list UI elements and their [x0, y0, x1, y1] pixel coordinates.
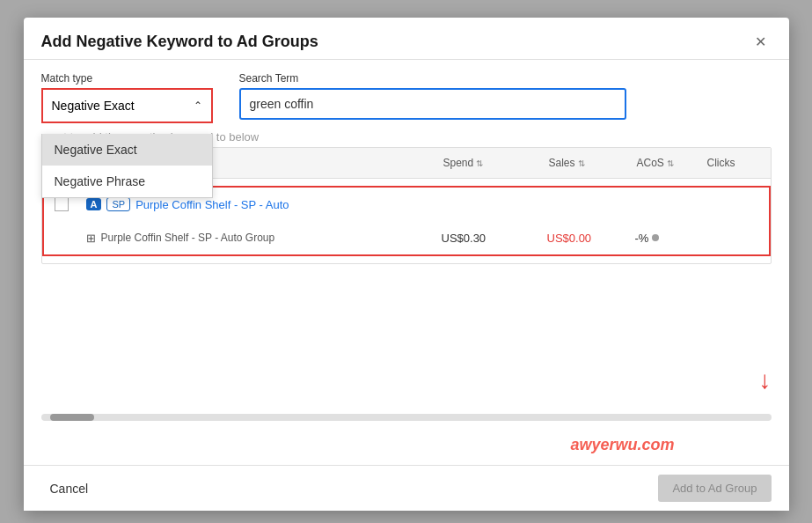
dropdown-item-negative-exact[interactable]: Negative Exact — [42, 134, 212, 166]
form-row: Match type Negative Exact ⌃ Search Term — [41, 72, 772, 123]
modal-body: Match type Negative Exact ⌃ Search Term — [24, 60, 789, 465]
sub-spend: US$0.30 — [435, 228, 540, 248]
campaign-name: Purple Coffin Shelf - SP - Auto — [135, 198, 289, 211]
acos-sort-icon: ⇅ — [667, 158, 674, 168]
close-button[interactable]: ✕ — [750, 32, 772, 52]
chevron-up-icon: ⌃ — [194, 99, 202, 112]
match-type-label: Match type — [41, 72, 213, 85]
modal-overlay: Add Negative Keyword to Ad Groups ✕ Matc… — [0, 0, 812, 523]
sub-acos: -% — [628, 228, 699, 248]
acos-cell-top — [628, 201, 699, 208]
match-type-value: Negative Exact — [52, 99, 135, 113]
modal-dialog: Add Negative Keyword to Ad Groups ✕ Matc… — [24, 18, 789, 511]
row-checkbox[interactable] — [55, 197, 69, 211]
sub-clicks — [699, 234, 769, 241]
match-type-field: Match type Negative Exact ⌃ — [41, 72, 213, 123]
modal-header: Add Negative Keyword to Ad Groups ✕ — [24, 18, 789, 60]
cancel-button[interactable]: Cancel — [41, 476, 98, 501]
stack-icon: ⊞ — [86, 232, 96, 245]
modal-title: Add Negative Keyword to Ad Groups — [41, 33, 318, 51]
table-sub-row: ⊞ Purple Coffin Shelf - SP - Auto Group … — [44, 221, 769, 254]
ad-group-name: Purple Coffin Shelf - SP - Auto Group — [101, 232, 275, 244]
sub-checkbox-cell — [44, 234, 79, 241]
th-spend: Spend ⇅ — [436, 153, 542, 173]
th-sales: Sales ⇅ — [542, 153, 630, 173]
dropdown-item-negative-phrase[interactable]: Negative Phrase — [42, 166, 212, 197]
search-term-label: Search Term — [239, 72, 626, 85]
sales-sort-icon: ⇅ — [578, 158, 585, 168]
watermark: awyerwu.com — [570, 436, 674, 454]
badge-a: A — [86, 198, 102, 210]
spend-cell — [435, 201, 540, 208]
modal-footer: Cancel Add to Ad Group — [24, 465, 789, 511]
scroll-arrow-icon: ↓ — [759, 366, 772, 394]
match-type-wrapper: Negative Exact ⌃ — [41, 88, 213, 123]
clicks-cell-top — [699, 201, 769, 208]
sub-sales: US$0.00 — [540, 228, 628, 248]
scrollbar-thumb — [50, 414, 94, 421]
sub-name-cell: ⊞ Purple Coffin Shelf - SP - Auto Group — [79, 228, 435, 248]
search-term-input[interactable] — [239, 88, 626, 120]
acos-dot — [652, 234, 659, 241]
match-type-dropdown: Negative Exact Negative Phrase — [41, 134, 213, 198]
th-clicks: Clicks — [700, 153, 771, 173]
horizontal-scrollbar[interactable] — [41, 414, 772, 421]
search-term-field: Search Term — [239, 72, 626, 120]
match-type-select[interactable]: Negative Exact ⌃ — [43, 90, 211, 122]
th-acos: ACoS ⇅ — [630, 153, 700, 173]
badge-sp: SP — [106, 197, 130, 211]
sales-cell — [540, 201, 628, 208]
add-to-ad-group-button[interactable]: Add to Ad Group — [658, 475, 771, 502]
spend-sort-icon: ⇅ — [476, 158, 483, 168]
